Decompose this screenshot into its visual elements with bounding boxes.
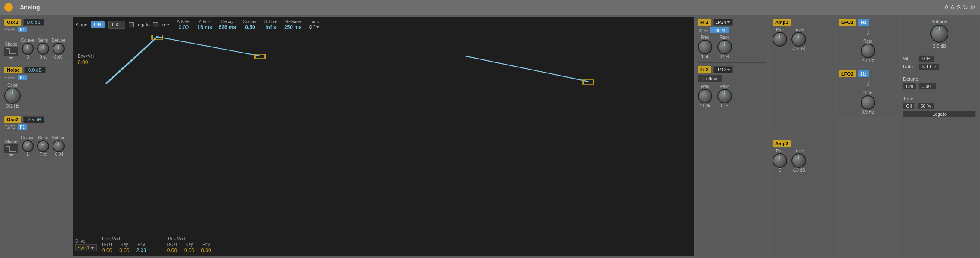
drive-dropdown-icon[interactable]: [90, 246, 94, 250]
osc1-detune-group: Detune 0.00: [52, 38, 65, 59]
loop-control[interactable]: Off: [309, 24, 320, 29]
osc2-level[interactable]: -3.5 dB: [23, 116, 44, 123]
release-val[interactable]: 250 ms: [284, 24, 302, 30]
res-lfo1-val[interactable]: 0.00: [167, 247, 177, 253]
noise-level[interactable]: 0.0 dB: [24, 67, 46, 73]
fil2-reso-group: Reso 0 %: [717, 84, 732, 108]
res-env-val[interactable]: 0.00: [201, 247, 211, 253]
uni-val-display[interactable]: Uni: [903, 83, 916, 90]
freq-lfo1-val[interactable]: 0.00: [102, 247, 112, 253]
osc2-shape-dropdown-icon[interactable]: [8, 153, 15, 157]
fil1-freq-knob[interactable]: [698, 40, 712, 54]
osc1-filter-route[interactable]: F1: [18, 27, 27, 32]
exp-button[interactable]: EXP: [108, 21, 125, 29]
sep3: [903, 93, 976, 93]
fil1-type-selector[interactable]: LP24: [713, 19, 733, 26]
lfo1-label[interactable]: LFO1: [839, 19, 856, 26]
fil1-tof2-label: To F2: [698, 28, 708, 33]
fil2-dropdown-icon[interactable]: [726, 67, 731, 72]
res-key-val[interactable]: 0.00: [184, 247, 194, 253]
osc1-level[interactable]: 0.0 dB: [23, 19, 44, 26]
fil2-reso-label: Reso: [720, 84, 729, 89]
fil1-label[interactable]: Fil1: [698, 19, 711, 26]
fil2-type-selector[interactable]: LP12: [713, 66, 733, 73]
volume-knob[interactable]: [930, 25, 948, 43]
amp2-pan-knob[interactable]: [773, 153, 787, 168]
fil2-header: Fil2 LP12: [698, 66, 766, 73]
osc2-shape-display[interactable]: [4, 144, 18, 153]
gli-val[interactable]: 50 %: [917, 103, 934, 109]
decay-label: Decay: [221, 19, 233, 24]
osc1-label[interactable]: Osc1: [4, 19, 21, 26]
vib-rate2-val[interactable]: 5.1 Hz: [918, 63, 940, 70]
amp1-pan-knob[interactable]: [773, 32, 787, 47]
osc1-params-row: Shape Octave 0: [2, 36, 71, 61]
att-vel-val[interactable]: 0.00: [179, 24, 189, 30]
amp1-label[interactable]: Amp1: [773, 19, 791, 26]
fil1-reso-knob[interactable]: [717, 40, 732, 54]
osc1-semi-knob[interactable]: [37, 43, 49, 55]
osc2-semi-knob[interactable]: [37, 140, 49, 152]
free-checkbox[interactable]: [153, 22, 158, 27]
fil2-reso-knob[interactable]: [717, 89, 732, 103]
osc1-detune-knob[interactable]: [53, 43, 65, 55]
legato-display[interactable]: Legato: [903, 111, 976, 117]
noise-filter-route[interactable]: F1: [18, 75, 27, 80]
osc2-filter-route[interactable]: F1: [18, 124, 27, 130]
attack-param: Attack 16 ms: [198, 19, 212, 30]
loop-label: Loop: [310, 19, 319, 24]
amp2-label[interactable]: Amp2: [773, 140, 791, 147]
fil2-freq-knob[interactable]: [698, 89, 712, 103]
lfo2-rate-knob[interactable]: [861, 95, 875, 110]
lfo1-hz-button[interactable]: Hz: [858, 19, 869, 26]
s-button[interactable]: S: [957, 4, 961, 11]
env-vel-val[interactable]: 0.00: [78, 59, 94, 65]
drive-control[interactable]: Sym1: [75, 244, 97, 251]
gli-label-display[interactable]: Gli: [903, 103, 915, 109]
osc2-label[interactable]: Osc2: [4, 116, 21, 123]
lfo2-label[interactable]: LFO2: [839, 70, 856, 77]
release-param: Release 250 ms: [284, 19, 302, 30]
fil1-reso-group: Reso 34 %: [717, 35, 732, 59]
osc1-shape-display[interactable]: [4, 47, 18, 56]
volume-label: Volume: [932, 19, 948, 24]
osc1-octave-knob[interactable]: [22, 43, 34, 55]
loop-dropdown-icon[interactable]: [316, 25, 320, 29]
lfo2-rate-group: Rate 0.9 Hz: [839, 91, 897, 114]
decay-val[interactable]: 626 ms: [219, 24, 236, 30]
osc1-shape-dropdown-icon[interactable]: [8, 56, 15, 59]
freq-env-val[interactable]: 2.03: [136, 247, 146, 253]
fil2-label[interactable]: Fil2: [698, 66, 711, 73]
lfo1-rate-knob[interactable]: [861, 44, 875, 58]
fil2-freq-label: Freq: [701, 84, 710, 89]
noise-label[interactable]: Noise: [4, 67, 22, 73]
amp2-level-knob[interactable]: [791, 153, 806, 168]
stime-val[interactable]: inf s: [266, 24, 276, 30]
filter1-section: Fil1 LP24 To F2 100 % Freq: [696, 17, 768, 256]
attack-val[interactable]: 16 ms: [198, 24, 212, 30]
amp2-pan-label: Pan: [776, 149, 784, 153]
osc2-detune-knob[interactable]: [53, 140, 65, 152]
amp1-level-label: Level: [794, 27, 804, 32]
freq-key-val[interactable]: 0.00: [119, 247, 129, 253]
sustain-val[interactable]: 0.50: [245, 24, 255, 30]
drive-param: Drive Sym1: [75, 239, 97, 251]
legato-checkbox[interactable]: [129, 22, 134, 27]
refresh-icon[interactable]: ↻: [963, 4, 968, 11]
fil2-follow-button[interactable]: Follow: [698, 75, 723, 82]
lin-button[interactable]: LIN: [91, 21, 105, 28]
noise-color-knob[interactable]: [4, 88, 21, 104]
amp1-level-knob[interactable]: [791, 32, 806, 47]
settings-icon[interactable]: ⚙: [970, 4, 976, 11]
vib-rate-val[interactable]: 0 %: [918, 55, 934, 62]
fil1-dropdown-icon[interactable]: [726, 20, 731, 24]
amp1-level-val: -18 dB: [792, 47, 805, 51]
osc2-octave-knob[interactable]: [22, 140, 34, 152]
amp1-controls: Pan C Level -18 dB: [773, 27, 832, 51]
a2-button[interactable]: A: [950, 4, 954, 11]
lfo2-hz-button[interactable]: Hz: [858, 70, 869, 77]
uni-detune-val[interactable]: 0.00: [919, 83, 936, 90]
fil1-tof2-val[interactable]: 100 %: [710, 27, 729, 33]
a-button[interactable]: A: [945, 4, 948, 11]
envelope-display[interactable]: Env<Vel 0.00: [75, 32, 691, 233]
